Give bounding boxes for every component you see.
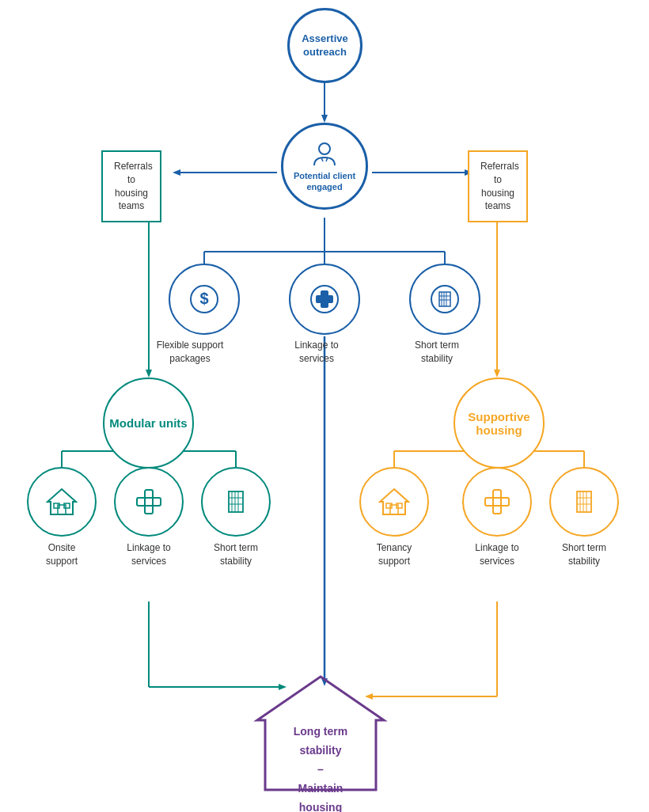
building-teal-icon (222, 488, 249, 515)
svg-rect-51 (64, 503, 70, 508)
house-orange-icon (378, 488, 410, 516)
svg-rect-65 (485, 498, 509, 506)
cross-teal-icon (135, 488, 162, 515)
svg-marker-60 (380, 489, 408, 514)
ref-right-line2: housing (481, 188, 514, 199)
linkage-services-mid-circle (289, 264, 360, 335)
svg-marker-48 (47, 489, 76, 514)
ref-box-right: Referrals to housing teams (468, 150, 528, 222)
tenancy-support-circle (359, 467, 429, 537)
ref-right-line3: teams (485, 200, 511, 211)
svg-rect-66 (577, 491, 591, 512)
svg-rect-54 (229, 491, 243, 512)
cross-icon-mid (309, 284, 340, 314)
svg-rect-50 (54, 503, 59, 508)
svg-rect-53 (137, 498, 161, 506)
ref-left-line3: teams (119, 200, 145, 211)
client-engaged-circle: Potential client engaged (281, 123, 368, 210)
short-term-stability-mid-label: Short term stability (401, 339, 473, 366)
assertive-outreach-circle: Assertive outreach (287, 8, 362, 83)
modular-units-circle: Modular units (103, 378, 194, 469)
supportive-housing-circle: Supportive housing (454, 378, 545, 469)
short-term-stability-mid-circle (409, 264, 480, 335)
assertive-outreach-label: Assertive outreach (290, 29, 360, 63)
linkage-orange-circle (462, 467, 532, 537)
svg-rect-52 (145, 490, 153, 514)
long-term-label-line3: – (317, 763, 324, 776)
svg-text:$: $ (199, 290, 208, 307)
svg-marker-14 (494, 370, 500, 378)
svg-rect-63 (397, 503, 402, 508)
ref-left-line1: Referrals to (114, 161, 153, 185)
svg-rect-40 (316, 295, 333, 303)
long-term-label-line5: housing (299, 801, 342, 812)
flexible-support-circle: $ (169, 264, 240, 335)
svg-rect-42 (439, 292, 450, 306)
svg-rect-62 (386, 503, 392, 508)
onsite-support-label: Onsite support (22, 541, 101, 568)
svg-marker-12 (146, 370, 152, 378)
linkage-teal-circle (114, 467, 184, 537)
linkage-orange-label: Linkage to services (457, 541, 537, 568)
long-term-label-line4: Maintain (298, 782, 343, 795)
client-label-line2: engaged (306, 181, 342, 192)
long-term-house: Long term stability – Maintain housing (253, 673, 388, 795)
svg-marker-3 (173, 169, 180, 176)
ref-left-line2: housing (115, 188, 148, 199)
linkage-services-mid-label: Linkage to services (281, 339, 352, 366)
svg-rect-64 (493, 490, 501, 514)
modular-units-label: Modular units (106, 413, 190, 433)
ref-right-line1: Referrals to (480, 161, 519, 185)
flexible-support-label: Flexible support packages (154, 339, 226, 366)
dollar-icon: $ (189, 284, 219, 314)
linkage-teal-label: Linkage to services (109, 541, 188, 568)
long-term-label-line2: stability (300, 744, 342, 757)
svg-point-41 (431, 286, 458, 313)
client-label-line1: Potential client (294, 170, 355, 181)
onsite-support-circle (27, 467, 97, 537)
cross-orange-icon (484, 488, 510, 515)
building-icon-mid (430, 284, 460, 314)
short-term-teal-circle (201, 467, 271, 537)
house-teal-icon (46, 488, 78, 516)
building-orange-icon (571, 488, 598, 515)
short-term-orange-label: Short term stability (545, 541, 624, 568)
supportive-housing-label: Supportive housing (455, 407, 543, 440)
diagram-container: Assertive outreach Potential client enga… (0, 0, 649, 812)
person-icon (310, 140, 339, 169)
long-term-label-line1: Long term (294, 725, 347, 738)
svg-point-33 (319, 143, 330, 154)
short-term-orange-circle (549, 467, 619, 537)
svg-marker-1 (321, 115, 328, 123)
tenancy-support-label: Tenancy support (355, 541, 434, 568)
ref-box-left: Referrals to housing teams (101, 150, 161, 222)
short-term-teal-label: Short term stability (196, 541, 275, 568)
